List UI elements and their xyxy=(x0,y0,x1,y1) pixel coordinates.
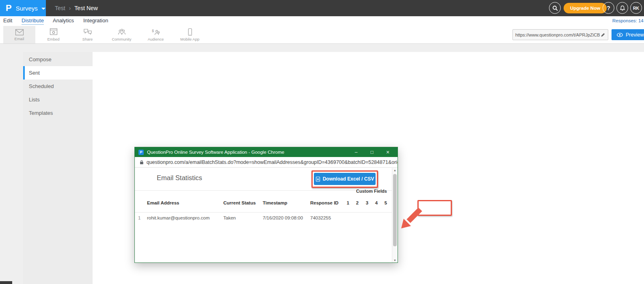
excel-file-icon xyxy=(316,176,320,182)
svg-text:$: $ xyxy=(152,29,154,33)
col-timestamp: Timestamp xyxy=(263,200,287,205)
popup-title-bar[interactable]: P QuestionPro Online Survey Software App… xyxy=(135,147,398,157)
sidebar-item-compose[interactable]: Compose xyxy=(23,53,93,66)
search-icon xyxy=(552,5,558,11)
email-sidebar: Compose Sent Scheduled Lists Templates xyxy=(23,52,93,284)
survey-nav-bar: Edit Distribute Analytics Integration Re… xyxy=(0,16,644,26)
questionpro-logo-icon: P xyxy=(6,3,12,13)
notifications-button[interactable] xyxy=(616,2,628,14)
popup-url-text: questionpro.com/a/emailBatchStats.do?mod… xyxy=(147,159,398,165)
survey-url-input[interactable] xyxy=(515,32,601,37)
tab-analytics[interactable]: Analytics xyxy=(53,17,74,24)
col-custom-4: 4 xyxy=(374,200,379,205)
toolbar-item-embed[interactable]: Embed xyxy=(37,26,69,43)
toolbar-item-audience[interactable]: $ Audience xyxy=(140,26,172,43)
edit-pencil-icon[interactable] xyxy=(601,32,605,37)
scroll-up-icon[interactable]: ▲ xyxy=(392,169,398,172)
preview-label: Preview xyxy=(626,32,644,38)
popup-address-bar[interactable]: questionpro.com/a/emailBatchStats.do?mod… xyxy=(135,157,398,168)
user-avatar[interactable]: RK xyxy=(630,2,642,14)
chevron-down-icon xyxy=(41,8,45,10)
toolbar-label: Audience xyxy=(148,37,164,41)
distribute-toolbar: Email Embed Share Community $ xyxy=(0,26,644,44)
col-response-id: Response ID xyxy=(310,200,339,205)
col-custom-1: 1 xyxy=(346,200,350,205)
breadcrumb: Test › Test New xyxy=(55,0,98,16)
mobile-phone-icon xyxy=(186,28,194,36)
tab-edit[interactable]: Edit xyxy=(3,17,12,24)
popup-scrollbar[interactable]: ▲ ▼ xyxy=(392,168,397,262)
col-custom-2: 2 xyxy=(355,200,360,205)
row-response-id: 74032255 xyxy=(310,215,331,220)
surveys-menu-label: Surveys xyxy=(16,5,38,12)
embed-icon xyxy=(49,28,58,36)
audience-dollar-icon: $ xyxy=(151,28,160,36)
taskbar-corner-strip xyxy=(0,281,12,284)
toolbar-item-community[interactable]: Community xyxy=(106,26,138,43)
col-custom-3: 3 xyxy=(365,200,370,205)
annotation-arrow-icon xyxy=(399,205,424,230)
col-custom-5: 5 xyxy=(383,200,388,205)
row-status: Taken xyxy=(223,215,236,220)
breadcrumb-separator-icon: › xyxy=(69,5,71,11)
custom-fields-label: Custom Fields xyxy=(356,189,387,194)
close-button[interactable]: × xyxy=(381,147,395,157)
surveys-menu[interactable]: P Surveys xyxy=(0,0,46,16)
community-people-icon xyxy=(117,28,126,36)
toolbar-label: Share xyxy=(82,37,93,41)
help-button[interactable]: ? xyxy=(603,2,614,14)
share-icon xyxy=(83,28,92,36)
toolbar-item-mobile-app[interactable]: Mobile App xyxy=(174,26,206,43)
bell-icon xyxy=(620,5,625,11)
col-current-status: Current Status xyxy=(223,200,256,205)
survey-url-field xyxy=(512,29,608,40)
row-email: rohit.kumar@questionpro.com xyxy=(147,215,210,220)
preview-button[interactable]: Preview xyxy=(612,29,644,40)
search-button[interactable] xyxy=(549,2,561,14)
upgrade-now-button[interactable]: Upgrade Now xyxy=(564,3,607,13)
question-mark-icon: ? xyxy=(607,5,610,11)
sidebar-item-lists[interactable]: Lists xyxy=(23,93,93,106)
divider xyxy=(135,190,393,191)
eye-icon xyxy=(617,33,623,37)
toolbar-label: Email xyxy=(15,37,24,41)
questionpro-favicon-icon: P xyxy=(138,150,144,155)
download-label: Download Excel / CSV xyxy=(323,176,374,182)
row-index: 1 xyxy=(138,215,140,220)
col-email-address: Email Address xyxy=(147,200,179,205)
breadcrumb-folder[interactable]: Test xyxy=(55,5,65,11)
popup-window-title: QuestionPro Online Survey Software Appli… xyxy=(147,150,284,155)
email-icon xyxy=(15,29,24,36)
minimize-button[interactable]: – xyxy=(349,147,363,157)
toolbar-label: Embed xyxy=(47,37,59,41)
scroll-down-icon[interactable]: ▼ xyxy=(392,259,398,262)
divider xyxy=(135,212,393,213)
email-statistics-popup-window: P QuestionPro Online Survey Software App… xyxy=(134,147,398,263)
tab-distribute[interactable]: Distribute xyxy=(22,17,44,25)
sidebar-item-scheduled[interactable]: Scheduled xyxy=(23,80,93,93)
scrollbar-thumb[interactable] xyxy=(393,174,397,246)
email-statistics-heading: Email Statistics xyxy=(157,174,202,182)
toolbar-label: Mobile App xyxy=(180,37,199,41)
lock-icon xyxy=(140,160,144,165)
download-excel-csv-button[interactable]: Download Excel / CSV xyxy=(314,173,376,185)
toolbar-item-email[interactable]: Email xyxy=(3,26,35,43)
row-timestamp: 7/16/2020 09:08:00 xyxy=(263,215,303,220)
top-header-bar: P Surveys Test › Test New Upgrade Now ? … xyxy=(0,0,644,16)
responses-count[interactable]: Responses: 14 xyxy=(612,18,644,23)
tab-integration[interactable]: Integration xyxy=(83,17,108,24)
sidebar-item-sent[interactable]: Sent xyxy=(23,66,93,80)
toolbar-item-share[interactable]: Share xyxy=(71,26,104,43)
breadcrumb-survey-name: Test New xyxy=(74,5,98,11)
toolbar-label: Community xyxy=(112,37,131,41)
sidebar-item-templates[interactable]: Templates xyxy=(23,106,93,120)
maximize-button[interactable]: □ xyxy=(365,147,379,157)
